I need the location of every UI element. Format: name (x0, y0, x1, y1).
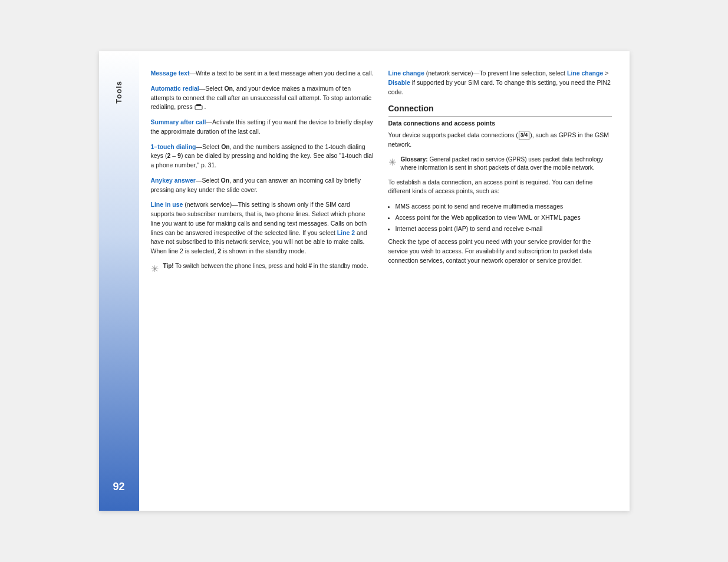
left-column: Message text—Write a text to be sent in … (151, 69, 374, 493)
entry-message-text: Message text—Write a text to be sent in … (151, 69, 374, 78)
automatic-redial-on: On (224, 85, 233, 92)
glossary-box: ✳ Glossary: General packet radio service… (388, 156, 612, 172)
packet-icon: 3/4 (519, 131, 530, 140)
summary-after-call-title: Summary after call (151, 118, 206, 125)
line-change-link1: Line change (567, 70, 603, 77)
one-touch-end: ) can be dialed by pressing and holding … (151, 152, 374, 168)
entry-anykey-answer: Anykey answer—Select On, and you can ans… (151, 176, 374, 195)
entry-line-in-use: Line in use (network service)—This setti… (151, 200, 374, 256)
svg-rect-1 (196, 104, 201, 106)
tip-text: Tip! To switch between the phone lines, … (163, 262, 368, 270)
message-text-title: Message text (151, 70, 190, 77)
one-touch-dialing-title: 1–touch dialing (151, 143, 196, 150)
anykey-answer-title: Anykey answer (151, 177, 196, 184)
automatic-redial-title: Automatic redial (151, 85, 199, 92)
one-touch-dash: —Select (196, 143, 222, 150)
message-text-dash: —Write a text to be sent in a text messa… (189, 70, 373, 77)
glossary-icon: ✳ (388, 156, 396, 170)
main-content: Message text—Write a text to be sent in … (139, 51, 630, 511)
entry-line-change: Line change (network service)—To prevent… (388, 69, 612, 97)
tip-icon: ✳ (151, 262, 159, 276)
line-change-arrow: > (603, 70, 608, 77)
automatic-redial-period: . (205, 103, 206, 110)
line-in-use-title: Line in use (151, 201, 183, 208)
line-change-title: Line change (388, 70, 424, 77)
check-text: Check the type of access point you need … (388, 237, 612, 265)
svg-rect-0 (195, 105, 202, 110)
entry-summary-after-call: Summary after call—Activate this setting… (151, 118, 374, 137)
anykey-on: On (221, 177, 230, 184)
one-touch-on: On (221, 143, 230, 150)
sidebar-tools-label: Tools (114, 81, 123, 104)
line-change-rest: if supported by your SIM card. To change… (388, 79, 611, 95)
page-container: Tools 92 Message text—Write a text to be… (99, 51, 630, 511)
page-number: 92 (113, 481, 124, 493)
automatic-redial-dash: —Select (199, 85, 225, 92)
tip-box: ✳ Tip! To switch between the phone lines… (151, 262, 374, 276)
entry-one-touch-dialing: 1–touch dialing—Select On, and the numbe… (151, 143, 374, 170)
data-connections-intro: Your device supports packet data connect… (388, 131, 612, 150)
disable-link: Disable (388, 79, 410, 86)
access-point-list: MMS access point to send and receive mul… (396, 202, 612, 233)
phone-icon-inline (195, 103, 205, 110)
connection-heading: Connection (388, 103, 612, 117)
line-change-dash: —To prevent line selection, select (473, 70, 567, 77)
data-connections-heading: Data connections and access points (388, 119, 612, 128)
one-touch-dash2: – (170, 152, 177, 159)
line-in-use-network: (network service) (183, 201, 232, 208)
bullet-item-web: Access point for the Web application to … (396, 213, 612, 222)
bullet-item-iap: Internet access point (IAP) to send and … (396, 224, 612, 233)
bullet-item-mms: MMS access point to send and receive mul… (396, 202, 612, 211)
intro-text-before: Your device supports packet data connect… (388, 131, 518, 138)
line-2-link: Line 2 (337, 229, 355, 236)
entry-automatic-redial: Automatic redial—Select On, and your dev… (151, 84, 374, 112)
line-in-use-end: is shown in the standby mode. (221, 247, 306, 254)
anykey-dash: —Select (196, 177, 221, 184)
establish-text: To establish a data connection, an acces… (388, 178, 612, 197)
line-change-network: (network service) (424, 70, 473, 77)
right-column: Line change (network service)—To prevent… (388, 69, 612, 493)
glossary-text: Glossary: General packet radio service (… (401, 156, 612, 172)
sidebar: Tools 92 (99, 51, 139, 511)
